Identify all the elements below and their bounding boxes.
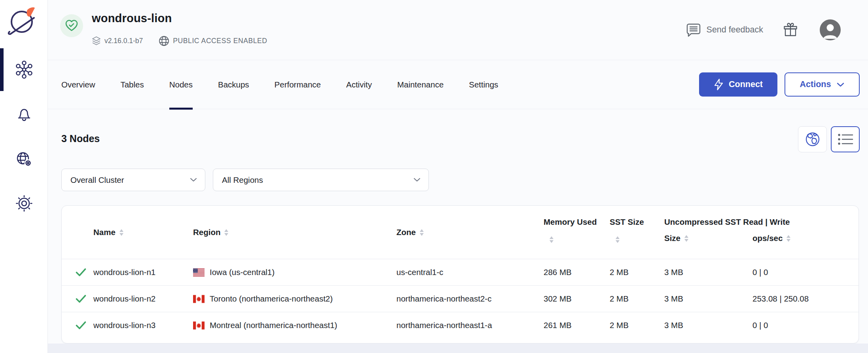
column-header-memory-used: Memory Used	[544, 217, 610, 227]
sidebar-item-settings[interactable]	[0, 184, 48, 222]
column-header-name: Name	[93, 228, 116, 237]
cluster-network-icon	[14, 60, 34, 80]
gear-icon	[15, 194, 33, 213]
table-header: Name Region Zone Memory Used SST Size	[62, 206, 859, 259]
sort-ops-control[interactable]	[787, 235, 790, 242]
bolt-icon	[714, 78, 724, 91]
sort-memory-control[interactable]	[550, 236, 553, 243]
node-name: wondrous-lion-n1	[93, 259, 193, 285]
tab-overview[interactable]: Overview	[61, 60, 95, 109]
tab-activity[interactable]: Activity	[346, 60, 372, 109]
globe-gear-icon	[15, 150, 34, 169]
cluster-filter-select[interactable]: Overall Cluster	[61, 169, 205, 191]
node-memory-used: 302 MB	[544, 286, 610, 312]
page-title: wondrous-lion	[92, 12, 172, 25]
tab-tables[interactable]: Tables	[120, 60, 144, 109]
node-uncompressed-size: 3 MB	[664, 286, 752, 312]
avatar[interactable]	[820, 19, 841, 40]
canada-flag-icon	[193, 295, 205, 303]
scroll-edge	[48, 344, 868, 353]
node-name: wondrous-lion-n3	[93, 312, 193, 338]
sidebar	[0, 0, 48, 353]
column-header-region: Region	[193, 228, 220, 237]
node-region: Toronto (northamerica-northeast2)	[210, 294, 333, 304]
nodes-table: Name Region Zone Memory Used SST Size	[61, 205, 859, 344]
list-icon	[838, 133, 853, 146]
chevron-down-icon	[413, 178, 421, 182]
sort-zone-control[interactable]	[420, 229, 424, 236]
public-access-label: PUBLIC ACCESS ENABLED	[173, 37, 267, 45]
node-name: wondrous-lion-n2	[93, 286, 193, 312]
table-row: wondrous-lion-n2 Toronto (northamerica-n…	[62, 285, 859, 312]
cluster-health-badge	[60, 14, 83, 37]
healthy-check-icon	[76, 294, 86, 303]
tab-maintenance[interactable]: Maintenance	[397, 60, 443, 109]
send-feedback-button[interactable]: Send feedback	[680, 23, 763, 38]
tab-nodes[interactable]: Nodes	[169, 60, 193, 109]
sort-region-control[interactable]	[224, 229, 228, 236]
node-ops-sec: 0 | 0	[752, 259, 859, 285]
heart-check-icon	[65, 19, 78, 32]
column-header-sst-size: SST Size	[610, 217, 664, 227]
column-header-zone: Zone	[396, 228, 416, 237]
node-zone: us-central1-c	[396, 259, 544, 285]
sidebar-item-network-access[interactable]	[0, 140, 48, 178]
region-filter-select[interactable]: All Regions	[213, 169, 429, 191]
connect-button[interactable]: Connect	[699, 72, 777, 97]
node-uncompressed-size: 3 MB	[664, 312, 752, 338]
gift-button[interactable]	[783, 22, 798, 38]
cluster-header: wondrous-lion v2.16.0.1-b7 PUBLIC ACCESS…	[48, 0, 868, 60]
node-sst-size: 2 MB	[610, 286, 664, 312]
healthy-check-icon	[76, 321, 86, 330]
feedback-bubble-icon	[686, 23, 701, 38]
bell-icon	[15, 105, 33, 123]
node-region: Iowa (us-central1)	[210, 268, 275, 277]
node-zone: northamerica-northeast1-a	[396, 312, 544, 338]
actions-button[interactable]: Actions	[785, 72, 860, 97]
node-region: Montreal (northamerica-northeast1)	[210, 321, 337, 330]
column-header-ops-sec: ops/sec	[752, 233, 783, 243]
node-memory-used: 261 MB	[544, 312, 610, 338]
node-sst-size: 2 MB	[610, 259, 664, 285]
healthy-check-icon	[76, 268, 86, 277]
node-sst-size: 2 MB	[610, 312, 664, 338]
tab-performance[interactable]: Performance	[275, 60, 321, 109]
node-zone: northamerica-northeast2-c	[396, 286, 544, 312]
layers-icon	[92, 36, 101, 46]
map-view-button[interactable]	[798, 126, 827, 152]
nodes-count-heading: 3 Nodes	[61, 133, 100, 144]
tab-bar: Overview Tables Nodes Backups Performanc…	[48, 60, 868, 109]
canada-flag-icon	[193, 321, 205, 330]
filters: Overall Cluster All Regions	[61, 169, 429, 191]
chevron-down-icon	[190, 178, 197, 182]
table-row: wondrous-lion-n3 Montreal (northamerica-…	[62, 312, 859, 338]
column-group-uncompressed: Uncompressed SST Read | Write	[664, 217, 859, 227]
tab-settings[interactable]: Settings	[469, 60, 498, 109]
globe-icon	[159, 36, 169, 46]
sidebar-item-clusters[interactable]	[0, 51, 48, 89]
view-toggle	[798, 126, 860, 152]
node-memory-used: 286 MB	[544, 259, 610, 285]
node-ops-sec: 0 | 0	[752, 312, 859, 338]
node-ops-sec: 253.08 | 250.08	[752, 286, 859, 312]
gift-icon	[783, 22, 798, 38]
brand-logo[interactable]	[6, 7, 37, 36]
tab-backups[interactable]: Backups	[218, 60, 249, 109]
node-uncompressed-size: 3 MB	[664, 259, 752, 285]
sidebar-item-alerts[interactable]	[0, 95, 48, 133]
nodes-section: 3 Nodes	[48, 109, 868, 353]
map-globe-icon	[804, 131, 821, 148]
chevron-down-icon	[837, 82, 844, 87]
column-header-size: Size	[664, 233, 680, 243]
list-view-button[interactable]	[831, 126, 860, 152]
version-label: v2.16.0.1-b7	[104, 37, 143, 45]
table-row: wondrous-lion-n1 Iowa (us-central1) us-c…	[62, 259, 859, 285]
sort-size-control[interactable]	[684, 235, 688, 242]
us-flag-icon	[193, 268, 205, 277]
sort-name-control[interactable]	[119, 229, 123, 236]
sort-sst-control[interactable]	[616, 236, 620, 243]
